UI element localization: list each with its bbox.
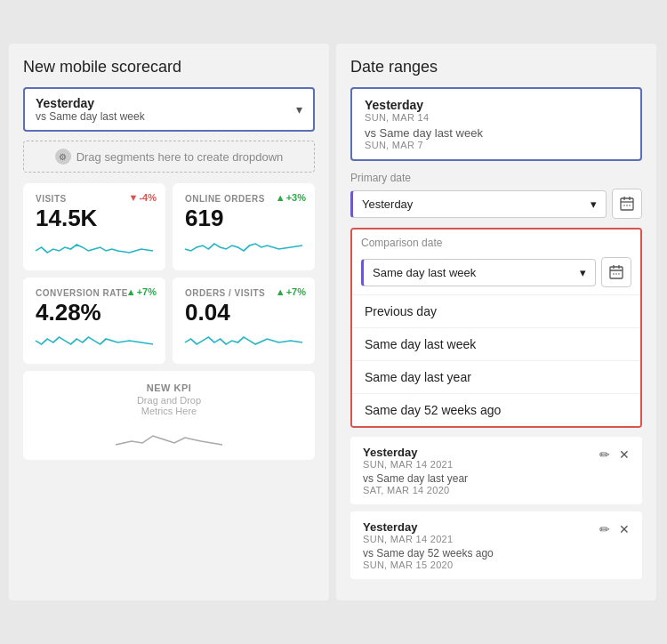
- comparison-date-label: Comparison date: [361, 237, 631, 249]
- saved-range-1-actions: ✏ ✕: [599, 447, 630, 462]
- edit-icon-1[interactable]: ✏: [599, 447, 610, 462]
- app-container: New mobile scorecard Yesterday vs Same d…: [9, 44, 658, 600]
- orders-visits-value: 0.04: [185, 300, 302, 326]
- visits-card: ▼-4% VISITS 14.5K: [23, 183, 165, 270]
- right-panel-title: Date ranges: [350, 58, 642, 76]
- up-arrow-icon: ▲: [276, 192, 285, 203]
- orders-visits-sparkline: [185, 325, 302, 351]
- left-panel: New mobile scorecard Yesterday vs Same d…: [9, 44, 329, 600]
- scorecard-dropdown-sub: vs Same day last week: [36, 110, 145, 123]
- primary-date-select[interactable]: Yesterday ▾: [350, 190, 607, 218]
- svg-point-5: [626, 205, 628, 206]
- saved-range-2-vs-sub: SUN, MAR 15 2020: [363, 559, 494, 570]
- new-kpi-hint: Drag and DropMetrics Here: [137, 395, 201, 416]
- primary-date-label: Primary date: [350, 172, 642, 184]
- right-panel: Date ranges Yesterday SUN, MAR 14 vs Sam…: [336, 44, 656, 600]
- new-kpi-sparkline: [116, 423, 222, 450]
- conversion-rate-delta: ▲+7%: [126, 286, 157, 297]
- selected-vs-sub: SUN, MAR 7: [365, 140, 628, 150]
- online-orders-delta: ▲+3%: [276, 192, 306, 203]
- saved-range-1-vs-sub: SAT, MAR 14 2020: [363, 485, 468, 495]
- up-arrow-icon-2: ▲: [126, 286, 136, 297]
- svg-point-13: [618, 273, 620, 275]
- saved-range-card-2: Yesterday SUN, MAR 14 2021 vs Same day 5…: [350, 511, 642, 579]
- scorecard-dropdown-main: Yesterday: [36, 96, 145, 110]
- conversion-rate-card: ▲+7% CONVERSION RATE 4.28%: [23, 278, 165, 365]
- online-orders-value: 619: [185, 205, 302, 231]
- conversion-rate-value: 4.28%: [36, 300, 153, 326]
- online-orders-card: ▲+3% ONLINE ORDERS 619: [173, 183, 315, 270]
- online-orders-sparkline: [185, 231, 302, 258]
- svg-rect-7: [610, 267, 623, 278]
- edit-icon-2[interactable]: ✏: [599, 522, 610, 536]
- primary-date-value: Yesterday: [362, 197, 413, 211]
- conversion-rate-sparkline: [36, 325, 153, 351]
- up-arrow-icon-3: ▲: [276, 286, 285, 297]
- comparison-date-select[interactable]: Same day last week ▾: [361, 259, 596, 286]
- saved-range-info-1: Yesterday SUN, MAR 14 2021 vs Same day l…: [363, 446, 468, 495]
- saved-range-2-actions: ✏ ✕: [599, 522, 630, 536]
- option-previous-day[interactable]: Previous day: [352, 295, 640, 328]
- comparison-date-calendar-button[interactable]: [601, 257, 631, 287]
- comparison-date-value: Same day last week: [373, 266, 476, 279]
- option-same-day-last-year[interactable]: Same day last year: [352, 361, 640, 394]
- scorecard-dropdown[interactable]: Yesterday vs Same day last week ▾: [23, 87, 315, 132]
- drag-hint-text: Drag segments here to create dropdown: [76, 150, 284, 164]
- orders-visits-card: ▲+7% ORDERS / VISITS 0.04: [173, 278, 315, 365]
- visits-delta: ▼-4%: [129, 192, 157, 203]
- left-panel-title: New mobile scorecard: [23, 58, 315, 76]
- selected-vs: vs Same day last week: [365, 126, 628, 140]
- svg-point-11: [613, 273, 615, 275]
- saved-range-1-main-sub: SUN, MAR 14 2021: [363, 459, 468, 470]
- saved-range-1-main: Yesterday: [363, 446, 468, 459]
- comparison-date-header: Comparison date: [352, 229, 640, 257]
- svg-rect-0: [621, 198, 633, 210]
- svg-point-4: [623, 205, 625, 206]
- orders-visits-delta: ▲+7%: [276, 286, 306, 297]
- comparison-date-section: Comparison date Same day last week ▾: [350, 228, 642, 428]
- primary-date-calendar-button[interactable]: [612, 189, 642, 219]
- chevron-down-icon-comparison: ▾: [580, 266, 586, 279]
- saved-range-2-main: Yesterday: [363, 520, 494, 534]
- down-arrow-icon: ▼: [129, 192, 139, 203]
- new-kpi-card: NEW KPI Drag and DropMetrics Here: [23, 371, 315, 460]
- selected-date-range-card: Yesterday SUN, MAR 14 vs Same day last w…: [350, 87, 642, 161]
- svg-point-6: [629, 205, 631, 206]
- visits-sparkline: [36, 231, 153, 258]
- option-same-day-52-weeks[interactable]: Same day 52 weeks ago: [352, 394, 640, 426]
- comparison-select-row: Same day last week ▾: [352, 257, 640, 294]
- saved-range-1-vs: vs Same day last year: [363, 472, 468, 485]
- selected-main-sub: SUN, MAR 14: [365, 112, 628, 123]
- saved-range-2-vs: vs Same day 52 weeks ago: [363, 547, 494, 559]
- saved-range-info-2: Yesterday SUN, MAR 14 2021 vs Same day 5…: [363, 520, 494, 570]
- chevron-down-icon: ▾: [296, 102, 302, 117]
- new-kpi-label: NEW KPI: [147, 382, 192, 393]
- saved-range-2-main-sub: SUN, MAR 14 2021: [363, 534, 494, 544]
- drag-hint-area: ⚙ Drag segments here to create dropdown: [23, 141, 315, 173]
- svg-point-12: [615, 273, 617, 275]
- selected-main: Yesterday: [365, 98, 628, 112]
- calendar-icon-2: [609, 265, 623, 279]
- chevron-down-icon-primary: ▾: [591, 197, 597, 211]
- primary-date-row: Yesterday ▾: [350, 189, 642, 219]
- saved-range-card-1: Yesterday SUN, MAR 14 2021 vs Same day l…: [350, 437, 642, 504]
- calendar-icon: [620, 197, 634, 211]
- metrics-grid: ▼-4% VISITS 14.5K ▲+3% ONLINE ORDERS 619: [23, 183, 315, 460]
- option-same-day-last-week[interactable]: Same day last week: [352, 328, 640, 361]
- close-icon-1[interactable]: ✕: [619, 447, 630, 462]
- comparison-dropdown-options: Previous day Same day last week Same day…: [352, 294, 640, 426]
- close-icon-2[interactable]: ✕: [619, 522, 630, 536]
- visits-value: 14.5K: [36, 205, 153, 231]
- drag-hint-icon: ⚙: [55, 149, 71, 165]
